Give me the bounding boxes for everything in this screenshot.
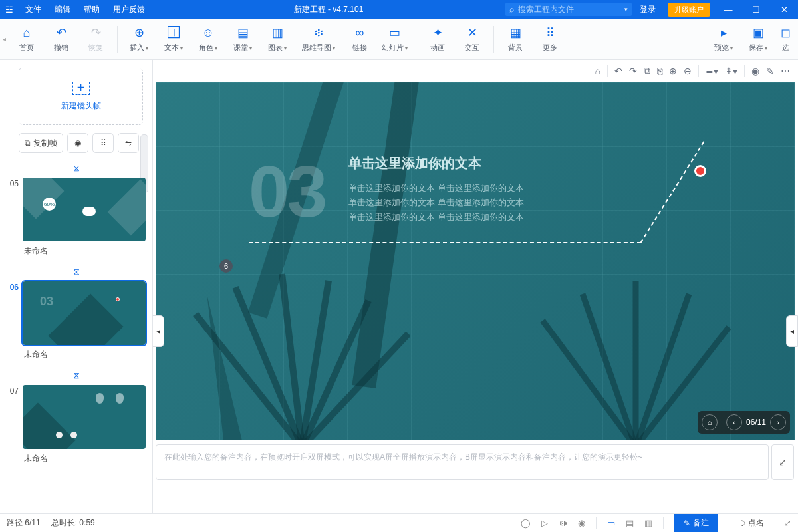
bell-icon: ☽ [738,519,745,528]
canvas-panel: ⌂ ↶ ↷ ⧉ ⎘ ⊕ ⊖ ≣▾ ⤉▾ ◉ ✎ ⋯ 03 [153,60,798,513]
minimize-button[interactable]: — [714,5,742,15]
slide-big-number: 03 [249,149,325,233]
thumbnail-item[interactable]: 07 未命名 [0,382,152,472]
marker-dot[interactable] [694,165,706,177]
path-status: 路径 6/11 [7,517,41,529]
chevron-down-icon: ▾ [624,6,628,13]
qr-button[interactable]: ⠿ [92,133,114,153]
menu-feedback[interactable]: 用户反馈 [106,4,152,15]
slide-button[interactable]: ▭幻灯片▾ [377,20,412,59]
mindmap-button[interactable]: ፨思维导图▾ [295,20,342,59]
status-sound-icon[interactable]: 🕪 [559,518,567,528]
zoom-in-icon[interactable]: ⊕ [669,66,677,76]
search-box[interactable]: ⌕ 搜索工程内文件 ▾ [505,3,632,16]
notes-input[interactable]: 在此处输入您的备注内容，在预览时开启双屏模式，可以实现A屏全屏播放演示内容，B屏… [156,444,769,480]
copy-icon[interactable]: ⧉ [644,65,650,76]
expand-notes-button[interactable]: ⤢ [771,444,794,480]
plus-icon: + [72,82,90,95]
canvas-area[interactable]: 03 单击这里添加你的文本 单击这里添加你的文本 单击这里添加你的文本 单击这里… [153,82,798,513]
class-button[interactable]: ▤课堂▾ [225,20,260,59]
paste-icon[interactable]: ⎘ [657,66,662,76]
chart-button[interactable]: ▥图表▾ [260,20,295,59]
text-button[interactable]: 🅃文本▾ [156,20,191,59]
slide-body-text[interactable]: 单击这里添加你的文本 单击这里添加你的文本 单击这里添加你的文本 单击这里添加你… [348,181,524,225]
transition-icon[interactable]: ⧖ [0,265,152,279]
transition-icon[interactable]: ⧖ [0,161,152,175]
background-button[interactable]: ▦背景 [498,20,533,59]
status-view2-icon[interactable]: ▤ [626,518,634,528]
tab-notes[interactable]: ✎备注 [674,514,718,532]
lock-icon[interactable]: ⤉▾ [725,66,737,76]
rotate-left-icon[interactable]: ↶ [614,66,622,76]
collapse-left-button[interactable]: ◂ [153,315,164,347]
collapse-right-button[interactable]: ◂ [786,315,798,347]
slide-navigator: ⌂ ‹ 06/11 › [698,411,790,434]
rotate-right-icon[interactable]: ↷ [629,66,637,76]
main-toolbar: ◂ ⌂首页 ↶撤销 ↷恢复 ⊕插入▾ 🅃文本▾ ☺角色▾ ▤课堂▾ ▥图表▾ ፨… [0,19,798,60]
upgrade-button[interactable]: 升级账户 [668,3,710,17]
slide-caption: 未命名 [23,345,146,366]
menu-edit[interactable]: 编辑 [48,4,77,15]
slide-canvas[interactable]: 03 单击这里添加你的文本 单击这里添加你的文本 单击这里添加你的文本 单击这里… [156,82,795,440]
new-frame-button[interactable]: + 新建镜头帧 [19,68,143,125]
slide-caption: 未命名 [23,449,146,469]
toolbar-scroll-left[interactable]: ◂ [3,35,9,43]
canvas-toolbar: ⌂ ↶ ↷ ⧉ ⎘ ⊕ ⊖ ≣▾ ⤉▾ ◉ ✎ ⋯ [153,60,798,82]
status-toggle-icon[interactable]: ◯ [521,518,531,528]
camera-button[interactable]: ◉ [67,133,88,153]
edit-icon[interactable]: ✎ [766,66,774,76]
text-icon: 🅃 [168,25,180,40]
thumbnail-item[interactable]: 06 03 未命名 [0,279,152,368]
snapshot-icon[interactable]: ◉ [751,66,759,76]
role-button[interactable]: ☺角色▾ [191,20,225,59]
maximize-button[interactable]: ☐ [742,5,770,15]
expand-icon[interactable]: ⤢ [784,518,791,528]
canvas-more-icon[interactable]: ⋯ [781,66,790,76]
undo-button[interactable]: ↶撤销 [44,20,78,59]
status-mic-icon[interactable]: ◉ [578,518,585,528]
interact-icon: ✕ [467,25,477,40]
play-icon: ▸ [721,25,727,40]
align-icon[interactable]: ≣▾ [706,66,718,76]
refresh-button[interactable]: ⇋ [118,133,139,153]
copy-frame-button[interactable]: ⧉复制帧 [19,133,63,153]
redo-button[interactable]: ↷恢复 [78,20,113,59]
link-button[interactable]: ∞链接 [342,20,377,59]
save-icon: ▣ [753,25,764,40]
title-bar: ☳ 文件 编辑 帮助 用户反馈 新建工程 - v4.7.101 ⌕ 搜索工程内文… [0,0,798,19]
zoom-out-icon[interactable]: ⊖ [684,66,692,76]
transition-icon[interactable]: ⧖ [0,368,152,382]
home-view-icon[interactable]: ⌂ [595,66,600,76]
slide-thumbnail: 03 [23,281,146,345]
status-play-icon[interactable]: ▷ [541,518,548,528]
save-button[interactable]: ▣保存▾ [741,20,775,59]
camera-icon: ◉ [74,138,81,148]
status-view1-icon[interactable]: ▭ [607,518,615,528]
preview-button[interactable]: ▸预览▾ [706,20,741,59]
login-button[interactable]: 登录 [632,4,664,15]
menu-file[interactable]: 文件 [19,4,48,15]
nav-home-button[interactable]: ⌂ [702,414,718,430]
slide-title[interactable]: 单击这里添加你的文本 [348,154,481,172]
slide-thumbnail [23,385,146,449]
close-button[interactable]: ✕ [770,5,798,15]
menu-help[interactable]: 帮助 [77,4,106,15]
select-button[interactable]: ◻选 [775,20,795,59]
nav-next-button[interactable]: › [770,414,786,430]
new-frame-label: 新建镜头帧 [61,100,101,112]
more-button[interactable]: ⠿更多 [533,20,567,59]
tab-rollcall[interactable]: ☽点名 [729,514,773,532]
home-button[interactable]: ⌂首页 [9,20,44,59]
interact-button[interactable]: ✕交互 [455,20,489,59]
grid-icon: ▦ [510,25,521,40]
thumbnail-panel: + 新建镜头帧 ⧉复制帧 ◉ ⠿ ⇋ ⧖ 05 60% 未命名 [0,60,153,513]
anim-button[interactable]: ✦动画 [420,20,455,59]
insert-button[interactable]: ⊕插入▾ [122,20,156,59]
slide-number: 07 [4,385,19,469]
nav-prev-button[interactable]: ‹ [726,414,742,430]
thumbnail-item[interactable]: 05 60% 未命名 [0,175,152,265]
palm-leaf-icon [169,261,435,440]
plus-circle-icon: ⊕ [134,25,144,40]
status-view3-icon[interactable]: ▥ [644,518,652,528]
duration-status: 总时长: 0:59 [51,517,95,529]
